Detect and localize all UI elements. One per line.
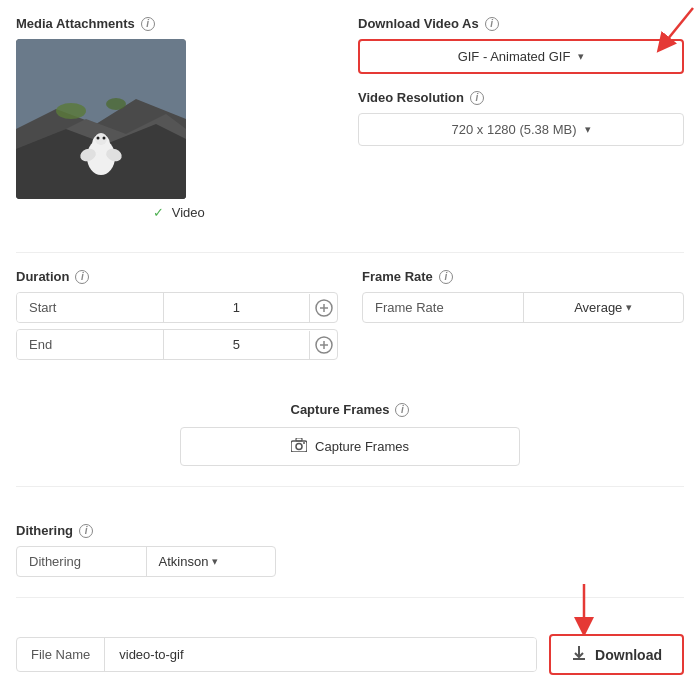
video-label: ✓ Video xyxy=(16,205,342,220)
download-arrow-annotation xyxy=(564,579,604,637)
dithering-section: Dithering i Dithering Atkinson ▾ xyxy=(16,523,684,577)
dithering-dropdown[interactable]: Atkinson ▾ xyxy=(146,547,276,576)
svg-rect-22 xyxy=(296,438,302,441)
duration-end-label: End xyxy=(17,330,163,359)
svg-point-10 xyxy=(103,137,106,140)
download-button[interactable]: Download xyxy=(549,634,684,675)
media-attachments-info-icon[interactable]: i xyxy=(141,17,155,31)
download-format-value: GIF - Animated GIF xyxy=(458,49,571,64)
filename-row: File Name xyxy=(16,637,537,672)
frame-rate-info-icon[interactable]: i xyxy=(439,270,453,284)
duration-end-increment[interactable] xyxy=(309,331,337,359)
download-video-as-title: Download Video As xyxy=(358,16,479,31)
download-format-caret: ▾ xyxy=(578,50,584,63)
download-format-dropdown[interactable]: GIF - Animated GIF ▾ xyxy=(358,39,684,74)
filename-label: File Name xyxy=(17,638,105,671)
video-resolution-title: Video Resolution xyxy=(358,90,464,105)
frame-rate-label: Frame Rate xyxy=(363,293,523,322)
capture-frames-section: Capture Frames i Capture Frames xyxy=(16,402,684,466)
frame-rate-value: Average xyxy=(574,300,622,315)
duration-start-increment[interactable] xyxy=(309,294,337,322)
camera-icon xyxy=(291,438,307,455)
frame-rate-dropdown[interactable]: Average ▾ xyxy=(523,293,684,322)
video-resolution-value: 720 x 1280 (5.38 MB) xyxy=(451,122,576,137)
media-attachments-title: Media Attachments xyxy=(16,16,135,31)
svg-point-23 xyxy=(303,442,305,444)
resolution-caret: ▾ xyxy=(585,123,591,136)
capture-frames-button-label: Capture Frames xyxy=(315,439,409,454)
dithering-row: Dithering Atkinson ▾ xyxy=(16,546,276,577)
bottom-row: File Name Download xyxy=(16,634,684,675)
svg-line-13 xyxy=(663,8,693,45)
capture-frames-info-icon[interactable]: i xyxy=(395,403,409,417)
capture-frames-button[interactable]: Capture Frames xyxy=(180,427,520,466)
frame-rate-caret: ▾ xyxy=(626,301,632,314)
frame-rate-row: Frame Rate Average ▾ xyxy=(362,292,684,323)
red-arrow-annotation xyxy=(638,3,698,56)
svg-point-9 xyxy=(97,137,100,140)
capture-frames-title: Capture Frames xyxy=(291,402,390,417)
duration-start-value[interactable]: 1 xyxy=(163,293,310,322)
download-options-section: Download Video As i GIF - Animated GIF ▾ xyxy=(358,16,684,236)
duration-start-label: Start xyxy=(17,293,163,322)
duration-start-row: Start 1 xyxy=(16,292,338,323)
download-video-as-info-icon[interactable]: i xyxy=(485,17,499,31)
duration-title: Duration xyxy=(16,269,69,284)
video-resolution-info-icon[interactable]: i xyxy=(470,91,484,105)
media-thumbnail xyxy=(16,39,186,199)
dithering-info-icon[interactable]: i xyxy=(79,524,93,538)
media-attachments-section: Media Attachments i xyxy=(16,16,342,236)
duration-info-icon[interactable]: i xyxy=(75,270,89,284)
dithering-value: Atkinson xyxy=(159,554,209,569)
duration-section: Duration i Start 1 End 5 xyxy=(16,269,338,366)
svg-point-4 xyxy=(56,103,86,119)
svg-point-5 xyxy=(106,98,126,110)
frame-rate-title: Frame Rate xyxy=(362,269,433,284)
download-button-label: Download xyxy=(595,647,662,663)
duration-end-value[interactable]: 5 xyxy=(163,330,310,359)
dithering-title: Dithering xyxy=(16,523,73,538)
duration-end-row: End 5 xyxy=(16,329,338,360)
video-resolution-dropdown[interactable]: 720 x 1280 (5.38 MB) ▾ xyxy=(358,113,684,146)
dithering-caret: ▾ xyxy=(212,555,218,568)
download-icon xyxy=(571,645,587,664)
frame-rate-section: Frame Rate i Frame Rate Average ▾ xyxy=(362,269,684,366)
checkmark-icon: ✓ xyxy=(153,205,164,220)
svg-point-8 xyxy=(95,133,107,145)
dithering-label: Dithering xyxy=(17,547,146,576)
svg-point-21 xyxy=(296,444,302,450)
filename-input[interactable] xyxy=(105,638,536,671)
